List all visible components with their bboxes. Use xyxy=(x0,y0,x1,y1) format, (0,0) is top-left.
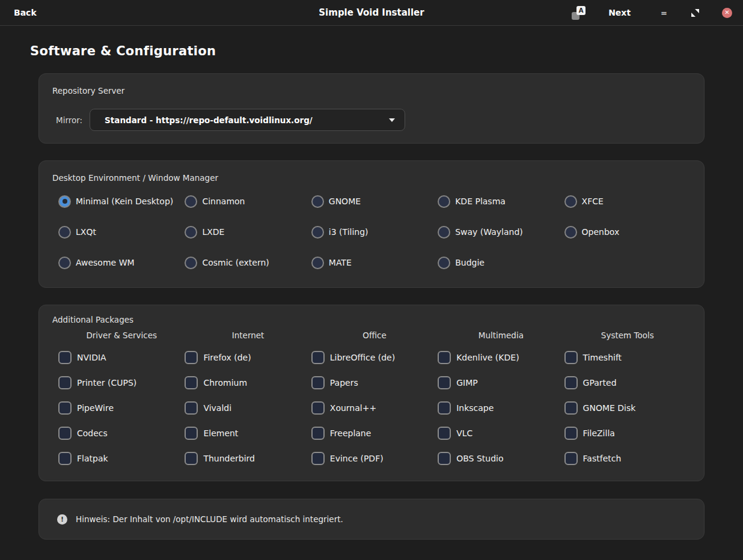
maximize-restore-icon[interactable] xyxy=(691,9,699,17)
radio-label: Sway (Wayland) xyxy=(455,227,523,237)
radio-icon[interactable] xyxy=(185,226,197,239)
desktop-section-title: Desktop Environment / Window Manager xyxy=(52,173,691,183)
checkbox-icon[interactable] xyxy=(185,351,198,364)
radio-option-gnome[interactable]: GNOME xyxy=(311,191,438,212)
checkbox-icon[interactable] xyxy=(58,351,72,364)
radio-option-sway[interactable]: Sway (Wayland) xyxy=(438,222,564,242)
radio-option-awesome-wm[interactable]: Awesome WM xyxy=(58,252,185,273)
checkbox-icon[interactable] xyxy=(185,427,198,440)
checkbox-option-vivaldi[interactable]: Vivaldi xyxy=(185,395,311,421)
radio-label: KDE Plasma xyxy=(455,196,506,206)
radio-option-mate[interactable]: MATE xyxy=(311,252,438,273)
checkbox-option-gparted[interactable]: GParted xyxy=(564,370,691,395)
checkbox-label: Thunderbird xyxy=(203,454,255,463)
checkbox-option-inkscape[interactable]: Inkscape xyxy=(438,395,564,421)
checkbox-option-vlc[interactable]: VLC xyxy=(438,421,564,446)
checkbox-icon[interactable] xyxy=(564,351,578,364)
checkbox-option-nvidia[interactable]: NVIDIA xyxy=(58,345,185,370)
column-header: System Tools xyxy=(564,330,691,340)
language-translate-icon[interactable]: A xyxy=(572,6,586,20)
radio-icon[interactable] xyxy=(438,195,450,208)
checkbox-icon[interactable] xyxy=(185,376,198,389)
column-header: Multimedia xyxy=(438,330,564,340)
checkbox-option-libreoffice[interactable]: LibreOffice (de) xyxy=(311,345,438,370)
radio-label: GNOME xyxy=(329,196,361,206)
checkbox-icon[interactable] xyxy=(438,427,451,440)
checkbox-icon[interactable] xyxy=(311,452,325,465)
checkbox-icon[interactable] xyxy=(311,351,325,364)
checkbox-label: GIMP xyxy=(456,378,478,388)
checkbox-option-timeshift[interactable]: Timeshift xyxy=(564,345,691,370)
titlebar: Back Simple Void Installer A Next = ✕ xyxy=(0,0,743,26)
checkbox-label: Freeplane xyxy=(330,428,372,438)
checkbox-icon[interactable] xyxy=(311,376,325,389)
checkbox-option-obs-studio[interactable]: OBS Studio xyxy=(438,446,564,471)
checkbox-icon[interactable] xyxy=(58,376,72,389)
radio-option-minimal[interactable]: Minimal (Kein Desktop) xyxy=(58,191,185,212)
checkbox-option-firefox[interactable]: Firefox (de) xyxy=(185,345,311,370)
radio-icon[interactable] xyxy=(438,257,450,269)
radio-icon[interactable] xyxy=(58,226,71,239)
checkbox-option-printer-cups[interactable]: Printer (CUPS) xyxy=(58,370,185,395)
back-button[interactable]: Back xyxy=(14,8,37,17)
radio-icon[interactable] xyxy=(438,226,450,239)
checkbox-label: LibreOffice (de) xyxy=(330,353,395,362)
radio-icon[interactable] xyxy=(58,195,71,208)
checkbox-option-pipewire[interactable]: PipeWire xyxy=(58,395,185,421)
checkbox-option-thunderbird[interactable]: Thunderbird xyxy=(185,446,311,471)
radio-option-openbox[interactable]: Openbox xyxy=(564,222,691,242)
radio-icon[interactable] xyxy=(185,257,197,269)
checkbox-option-codecs[interactable]: Codecs xyxy=(58,421,185,446)
radio-icon[interactable] xyxy=(311,226,324,239)
checkbox-option-freeplane[interactable]: Freeplane xyxy=(311,421,438,446)
checkbox-option-flatpak[interactable]: Flatpak xyxy=(58,446,185,471)
checkbox-option-xournal[interactable]: Xournal++ xyxy=(311,395,438,421)
checkbox-option-filezilla[interactable]: FileZilla xyxy=(564,421,691,446)
radio-icon[interactable] xyxy=(311,257,324,269)
checkbox-icon[interactable] xyxy=(185,452,198,465)
radio-option-cinnamon[interactable]: Cinnamon xyxy=(185,191,311,212)
mirror-select[interactable]: Standard - https://repo-default.voidlinu… xyxy=(90,109,405,131)
checkbox-icon[interactable] xyxy=(311,427,325,440)
radio-option-kde-plasma[interactable]: KDE Plasma xyxy=(438,191,564,212)
checkbox-icon[interactable] xyxy=(58,401,72,415)
radio-icon[interactable] xyxy=(311,195,324,208)
checkbox-icon[interactable] xyxy=(311,401,325,415)
next-button[interactable]: Next xyxy=(608,8,631,17)
radio-option-xfce[interactable]: XFCE xyxy=(564,191,691,212)
radio-option-cosmic[interactable]: Cosmic (extern) xyxy=(185,252,311,273)
checkbox-option-fastfetch[interactable]: Fastfetch xyxy=(564,446,691,471)
radio-option-lxde[interactable]: LXDE xyxy=(185,222,311,242)
radio-icon[interactable] xyxy=(564,195,577,208)
checkbox-icon[interactable] xyxy=(58,427,72,440)
checkbox-icon[interactable] xyxy=(564,452,578,465)
close-icon[interactable]: ✕ xyxy=(722,8,732,18)
checkbox-icon[interactable] xyxy=(564,376,578,389)
checkbox-option-gimp[interactable]: GIMP xyxy=(438,370,564,395)
radio-icon[interactable] xyxy=(185,195,197,208)
checkbox-icon[interactable] xyxy=(438,351,451,364)
radio-icon[interactable] xyxy=(58,257,71,269)
checkbox-icon[interactable] xyxy=(438,376,451,389)
desktop-options-grid: Minimal (Kein Desktop) Cinnamon GNOME KD… xyxy=(58,191,691,273)
radio-option-lxqt[interactable]: LXQt xyxy=(58,222,185,242)
checkbox-icon[interactable] xyxy=(564,427,578,440)
checkbox-option-chromium[interactable]: Chromium xyxy=(185,370,311,395)
checkbox-option-papers[interactable]: Papers xyxy=(311,370,438,395)
checkbox-label: NVIDIA xyxy=(77,353,106,362)
checkbox-option-gnome-disk[interactable]: GNOME Disk xyxy=(564,395,691,421)
checkbox-option-element[interactable]: Element xyxy=(185,421,311,446)
checkbox-icon[interactable] xyxy=(438,401,451,415)
checkbox-option-evince[interactable]: Evince (PDF) xyxy=(311,446,438,471)
radio-option-budgie[interactable]: Budgie xyxy=(438,252,564,273)
checkbox-option-kdenlive[interactable]: Kdenlive (KDE) xyxy=(438,345,564,370)
checkbox-icon[interactable] xyxy=(438,452,451,465)
minimize-icon[interactable]: = xyxy=(661,9,667,17)
checkbox-icon[interactable] xyxy=(185,401,198,415)
repository-section-title: Repository Server xyxy=(52,86,691,96)
radio-label: i3 (Tiling) xyxy=(329,227,368,237)
radio-option-i3[interactable]: i3 (Tiling) xyxy=(311,222,438,242)
checkbox-icon[interactable] xyxy=(58,452,72,465)
radio-icon[interactable] xyxy=(564,226,577,239)
checkbox-icon[interactable] xyxy=(564,401,578,415)
